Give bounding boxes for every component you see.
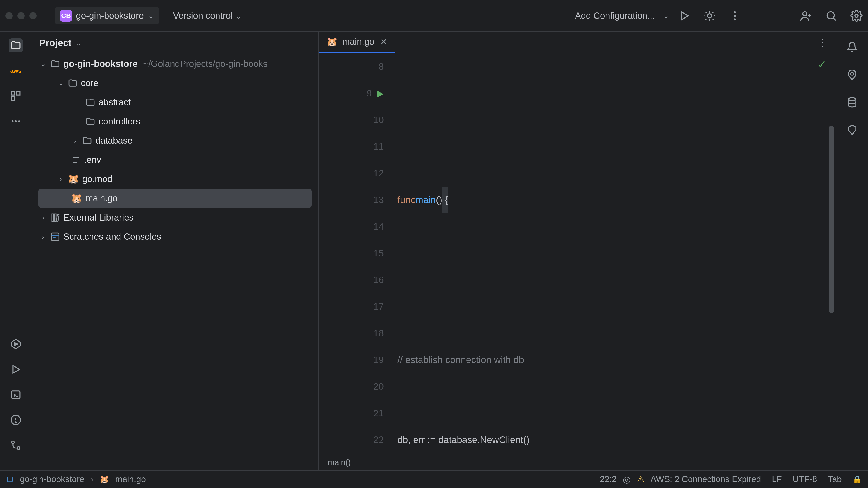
tok: ()	[436, 187, 442, 213]
shield-tool-icon[interactable]	[845, 123, 859, 137]
line-num: 13	[373, 187, 384, 213]
line-sep[interactable]: LF	[772, 475, 782, 484]
tree-path: ~/GolandProjects/go-gin-books	[143, 59, 268, 69]
project-selector[interactable]: GB go-gin-bookstore ⌄	[55, 7, 159, 24]
warning-icon[interactable]: ⚠	[637, 475, 644, 484]
caret-position[interactable]: 22:2	[600, 475, 616, 484]
svg-point-22	[11, 441, 14, 444]
svg-line-7	[833, 18, 836, 20]
status-project[interactable]: go-gin-bookstore	[20, 475, 84, 484]
status-file[interactable]: main.go	[115, 475, 146, 484]
go-file-icon: 🐹	[100, 475, 109, 484]
close-light[interactable]	[5, 12, 13, 20]
chevron-right-icon[interactable]: ›	[71, 137, 79, 144]
line-num: 19	[373, 347, 384, 373]
run-gutter-icon[interactable]: ▶	[377, 80, 384, 107]
panel-header[interactable]: Project ⌄	[32, 32, 318, 54]
ai-status-icon[interactable]: ◎	[623, 474, 631, 485]
svg-marker-16	[15, 343, 18, 346]
chevron-right-icon[interactable]: ›	[57, 175, 65, 183]
database-tool-icon[interactable]	[845, 95, 859, 109]
aws-status[interactable]: AWS: 2 Connections Expired	[651, 475, 761, 484]
tree-maingo[interactable]: 🐹 main.go	[38, 189, 312, 208]
svg-rect-11	[11, 97, 15, 100]
window-controls	[5, 12, 37, 20]
svg-rect-18	[11, 391, 20, 398]
tree-database[interactable]: › database	[32, 131, 318, 150]
project-panel: Project ⌄ ⌄ go-gin-bookstore ~/GolandPro…	[32, 32, 319, 470]
project-name: go-gin-bookstore	[76, 11, 144, 21]
aws-tool-icon[interactable]: aws	[9, 64, 23, 78]
tree-core[interactable]: ⌄ core	[32, 73, 318, 93]
breadcrumb-fn[interactable]: main()	[319, 455, 836, 470]
chevron-right-icon[interactable]: ›	[39, 233, 47, 240]
settings-icon[interactable]	[850, 10, 863, 22]
services-tool-icon[interactable]	[9, 337, 23, 351]
close-icon[interactable]: ✕	[380, 37, 388, 47]
chevron-down-icon: ⌄	[148, 11, 154, 20]
version-control-menu[interactable]: Version control ⌄	[173, 11, 241, 21]
indent[interactable]: Tab	[828, 475, 842, 484]
line-num: 16	[373, 267, 384, 293]
module-icon[interactable]	[6, 476, 13, 483]
run-config-selector[interactable]: Add Configuration... ⌄	[575, 11, 669, 21]
notifications-icon[interactable]	[845, 40, 859, 54]
tree-label: main.go	[86, 193, 118, 203]
svg-rect-10	[17, 92, 20, 95]
ai-assistant-icon[interactable]	[845, 68, 859, 82]
chevron-right-icon[interactable]: ›	[39, 214, 47, 221]
tree-abstract[interactable]: abstract	[32, 93, 318, 112]
problems-tool-icon[interactable]	[9, 413, 23, 427]
project-tree: ⌄ go-gin-bookstore ~/GolandProjects/go-g…	[32, 54, 318, 470]
tree-root[interactable]: ⌄ go-gin-bookstore ~/GolandProjects/go-g…	[32, 54, 318, 73]
svg-marker-33	[848, 125, 856, 134]
encoding[interactable]: UTF-8	[793, 475, 817, 484]
more-icon[interactable]	[729, 10, 741, 22]
line-num: 21	[373, 400, 384, 427]
lock-icon[interactable]: 🔒	[852, 475, 862, 484]
tree-ext-libs[interactable]: › External Libraries	[32, 208, 318, 227]
tree-env[interactable]: .env	[32, 150, 318, 169]
svg-rect-29	[56, 215, 59, 221]
svg-marker-17	[13, 365, 20, 373]
more-tools-icon[interactable]	[9, 114, 23, 128]
structure-tool-icon[interactable]	[9, 89, 23, 103]
svg-rect-9	[11, 92, 15, 95]
library-icon	[50, 213, 60, 223]
chevron-down-icon[interactable]: ⌄	[39, 60, 47, 68]
tab-menu-icon[interactable]: ⋮	[808, 37, 836, 48]
code-content[interactable]: func main() { // establish connection wi…	[391, 53, 836, 455]
svg-point-23	[17, 447, 20, 449]
project-badge-icon: GB	[60, 10, 72, 22]
collab-icon[interactable]	[800, 10, 812, 22]
comment: // establish connection with db	[397, 347, 524, 373]
svg-marker-0	[681, 12, 688, 20]
debug-icon[interactable]	[704, 10, 716, 22]
code-editor[interactable]: ✓ 8 9▶ 10 11 12 13 14 15 16 17 18 19 20 …	[319, 53, 836, 455]
tree-gomod[interactable]: › 🐹 go.mod	[32, 169, 318, 189]
tree-label: .env	[84, 155, 101, 165]
svg-point-13	[15, 121, 17, 122]
terminal-tool-icon[interactable]	[9, 388, 23, 402]
fn: main	[415, 187, 436, 213]
line-num: 14	[373, 213, 384, 240]
search-icon[interactable]	[825, 10, 837, 22]
chevron-down-icon[interactable]: ⌄	[57, 79, 65, 87]
project-tool-icon[interactable]	[9, 38, 23, 53]
run-icon[interactable]	[678, 10, 690, 22]
config-label: Add Configuration...	[575, 11, 655, 21]
tree-scratches[interactable]: › Scratches and Consoles	[32, 227, 318, 246]
top-toolbar: GB go-gin-bookstore ⌄ Version control ⌄ …	[0, 0, 868, 32]
svg-point-6	[827, 12, 834, 19]
svg-rect-30	[52, 233, 59, 240]
line-num: 20	[373, 373, 384, 400]
tree-controllers[interactable]: controllers	[32, 112, 318, 131]
tab-maingo[interactable]: 🐹 main.go ✕	[319, 32, 395, 53]
left-tool-rail: aws	[0, 32, 32, 470]
scrollbar[interactable]	[829, 126, 834, 313]
run-tool-icon[interactable]	[9, 362, 23, 377]
git-tool-icon[interactable]	[9, 438, 23, 452]
gutter: 8 9▶ 10 11 12 13 14 15 16 17 18 19 20 21…	[319, 53, 391, 455]
min-light[interactable]	[18, 12, 25, 20]
max-light[interactable]	[29, 12, 37, 20]
